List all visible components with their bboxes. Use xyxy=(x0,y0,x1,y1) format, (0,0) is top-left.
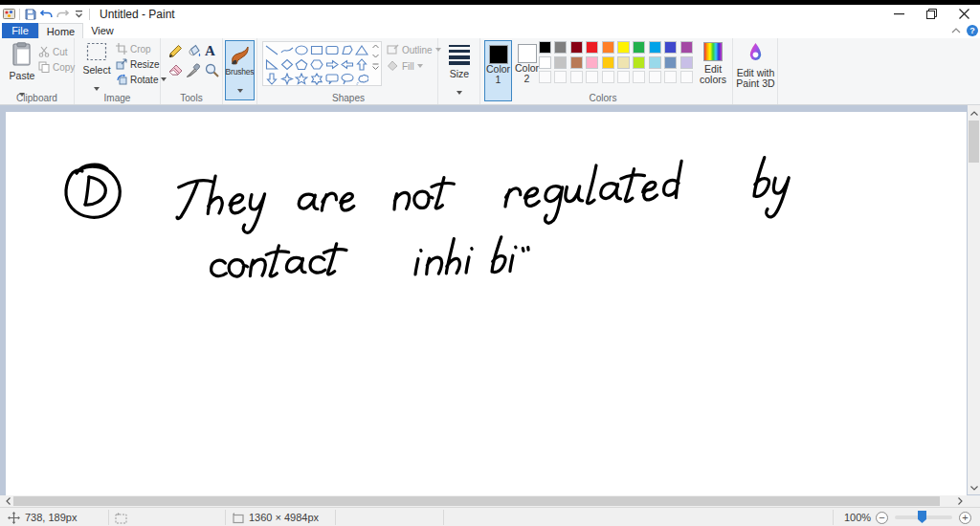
palette-color[interactable] xyxy=(680,56,693,69)
shape-right-triangle[interactable] xyxy=(265,57,278,70)
shapes-expand[interactable] xyxy=(372,63,379,71)
shape-up-arrow[interactable] xyxy=(355,57,368,70)
shape-right-arrow[interactable] xyxy=(325,57,339,70)
outline-button[interactable]: Outline xyxy=(387,44,441,55)
shape-left-arrow[interactable] xyxy=(341,57,354,70)
palette-color[interactable] xyxy=(664,41,677,54)
palette-color[interactable] xyxy=(539,41,551,54)
shape-rounded-callout[interactable] xyxy=(325,72,339,84)
brushes-dropdown[interactable] xyxy=(237,89,243,93)
restore-button[interactable] xyxy=(915,5,947,23)
fill-tool[interactable] xyxy=(187,44,201,62)
drawing-canvas[interactable] xyxy=(6,112,967,495)
zoom-out-button[interactable]: − xyxy=(876,512,888,524)
shapes-scroll-up[interactable] xyxy=(372,44,379,49)
select-button[interactable]: Select xyxy=(81,42,112,95)
paste-button[interactable]: Paste xyxy=(8,42,36,100)
palette-color[interactable] xyxy=(649,41,661,54)
shape-cloud-callout[interactable] xyxy=(355,72,368,84)
copy-button[interactable]: Copy xyxy=(38,61,75,73)
scroll-up-arrow[interactable] xyxy=(968,106,980,120)
scroll-right-arrow[interactable] xyxy=(953,495,967,507)
shape-down-arrow[interactable] xyxy=(265,72,278,84)
shape-line[interactable] xyxy=(265,43,278,55)
vertical-scrollbar[interactable] xyxy=(968,105,980,494)
palette-color[interactable] xyxy=(554,56,567,69)
vertical-scroll-thumb[interactable] xyxy=(969,121,979,163)
tab-home[interactable]: Home xyxy=(38,23,83,38)
crop-button[interactable]: Crop xyxy=(116,43,151,55)
palette-empty-slot[interactable] xyxy=(539,71,551,83)
fill-dropdown[interactable] xyxy=(417,64,423,68)
color-picker-tool[interactable] xyxy=(187,63,201,81)
shape-pentagon[interactable] xyxy=(295,57,308,70)
redo-button[interactable] xyxy=(56,8,69,20)
palette-empty-slot[interactable] xyxy=(602,71,614,83)
palette-color[interactable] xyxy=(680,41,693,54)
palette-color[interactable] xyxy=(617,41,630,54)
zoom-slider-thumb[interactable] xyxy=(918,511,926,523)
shape-oval[interactable] xyxy=(295,43,308,55)
shape-five-point-star[interactable] xyxy=(295,72,308,84)
select-dropdown[interactable] xyxy=(94,87,100,91)
qat-customize-button[interactable] xyxy=(73,8,85,20)
zoom-in-button[interactable]: + xyxy=(959,512,971,524)
minimize-button[interactable] xyxy=(882,5,915,23)
palette-empty-slot[interactable] xyxy=(633,71,645,83)
palette-empty-slot[interactable] xyxy=(554,71,567,83)
palette-empty-slot[interactable] xyxy=(664,71,677,83)
help-button[interactable]: ? xyxy=(967,25,978,36)
horizontal-scrollbar[interactable] xyxy=(0,495,968,507)
palette-empty-slot[interactable] xyxy=(617,71,630,83)
palette-empty-slot[interactable] xyxy=(586,71,598,83)
shape-oval-callout[interactable] xyxy=(341,72,354,84)
size-button[interactable]: Size xyxy=(444,44,475,99)
palette-color[interactable] xyxy=(633,56,645,69)
palette-color[interactable] xyxy=(649,56,661,69)
palette-color[interactable] xyxy=(539,56,551,69)
palette-color[interactable] xyxy=(586,56,598,69)
resize-button[interactable]: Resize xyxy=(116,58,160,70)
palette-color[interactable] xyxy=(570,41,583,54)
edit-colors-button[interactable]: Edit colors xyxy=(695,42,731,85)
text-tool[interactable]: A xyxy=(205,43,215,59)
palette-color[interactable] xyxy=(602,41,614,54)
palette-color[interactable] xyxy=(617,56,630,69)
shape-rectangle[interactable] xyxy=(310,43,323,55)
palette-empty-slot[interactable] xyxy=(649,71,661,83)
tab-view[interactable]: View xyxy=(83,23,122,38)
rotate-button[interactable]: Rotate xyxy=(116,74,167,85)
save-button[interactable] xyxy=(24,8,36,20)
palette-color[interactable] xyxy=(586,41,598,54)
palette-color[interactable] xyxy=(633,41,645,54)
magnifier-tool[interactable] xyxy=(205,63,219,81)
shape-four-point-star[interactable] xyxy=(280,72,294,84)
palette-color[interactable] xyxy=(602,56,614,69)
pencil-tool[interactable] xyxy=(168,44,183,62)
undo-button[interactable] xyxy=(40,8,53,20)
shape-curve[interactable] xyxy=(280,43,294,55)
scroll-left-arrow[interactable] xyxy=(1,495,14,507)
fill-button[interactable]: Fill xyxy=(387,60,423,72)
palette-color[interactable] xyxy=(554,41,567,54)
palette-color[interactable] xyxy=(664,56,677,69)
size-dropdown[interactable] xyxy=(457,91,462,95)
shape-rounded-rectangle[interactable] xyxy=(325,43,339,55)
zoom-slider[interactable] xyxy=(895,515,952,519)
shape-hexagon[interactable] xyxy=(310,57,323,70)
shapes-scroll-down[interactable] xyxy=(372,54,379,58)
edit-paint3d-button[interactable]: Edit with Paint 3D xyxy=(734,42,777,89)
brushes-button[interactable]: Brushes xyxy=(225,40,255,100)
scroll-down-arrow[interactable] xyxy=(968,481,980,494)
collapse-ribbon-button[interactable] xyxy=(951,28,961,33)
palette-empty-slot[interactable] xyxy=(570,71,583,83)
eraser-tool[interactable] xyxy=(168,63,183,80)
cut-button[interactable]: Cut xyxy=(38,46,68,57)
shape-diamond[interactable] xyxy=(280,57,294,70)
tab-file[interactable]: File xyxy=(2,23,38,38)
shape-polygon[interactable] xyxy=(341,43,354,55)
shape-six-point-star[interactable] xyxy=(310,72,323,84)
shape-triangle[interactable] xyxy=(355,43,368,55)
horizontal-scroll-thumb[interactable] xyxy=(13,496,940,506)
palette-empty-slot[interactable] xyxy=(680,71,693,83)
